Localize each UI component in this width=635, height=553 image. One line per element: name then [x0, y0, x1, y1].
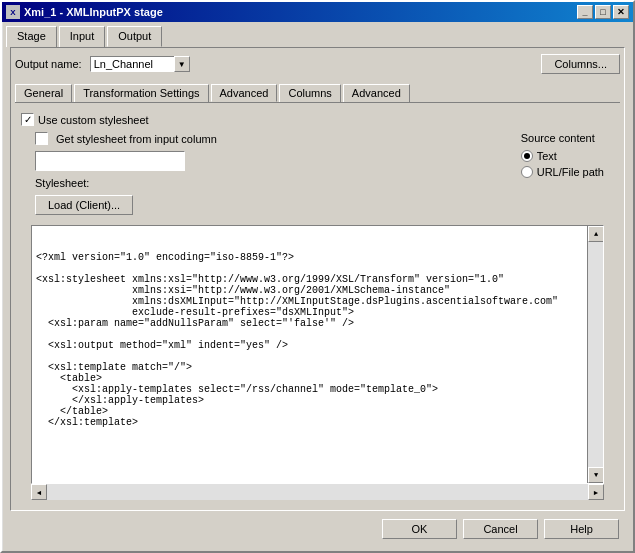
bottom-buttons: OK Cancel Help [6, 511, 629, 547]
maximize-button[interactable]: □ [595, 5, 611, 19]
window-content: Stage Input Output Output name: Ln_Chann… [2, 22, 633, 551]
stylesheet-label-row: Stylesheet: [35, 177, 521, 189]
main-window: X Xmi_1 - XMLInputPX stage _ □ ✕ Stage I… [0, 0, 635, 553]
title-buttons: _ □ ✕ [577, 5, 629, 19]
cancel-button[interactable]: Cancel [463, 519, 538, 539]
stylesheet-dropdown-row [35, 151, 521, 171]
window-icon: X [6, 5, 20, 19]
top-tabs: Stage Input Output [6, 26, 629, 47]
load-client-button[interactable]: Load (Client)... [35, 195, 133, 215]
stylesheet-label: Stylesheet: [35, 177, 89, 189]
code-text: <?xml version="1.0" encoding="iso-8859-1… [36, 252, 583, 428]
radio-url-label: URL/File path [537, 166, 604, 178]
tab-stage[interactable]: Stage [6, 26, 57, 47]
title-bar: X Xmi_1 - XMLInputPX stage _ □ ✕ [2, 2, 633, 22]
content-left: Get stylesheet from input column Stylesh… [21, 132, 521, 221]
scroll-track-v[interactable] [588, 242, 603, 467]
radio-text-row: Text [521, 150, 604, 162]
use-custom-stylesheet-row: Use custom stylesheet [21, 113, 614, 126]
vertical-scrollbar[interactable]: ▲ ▼ [587, 226, 603, 483]
tab-output[interactable]: Output [107, 26, 162, 47]
title-bar-left: X Xmi_1 - XMLInputPX stage [6, 5, 163, 19]
output-name-row: Output name: Ln_Channel ▼ Columns... [15, 54, 620, 74]
window-title: Xmi_1 - XMLInputPX stage [24, 6, 163, 18]
tab-advanced-first[interactable]: Advanced [211, 84, 278, 102]
source-content-group: Source content Text URL/File path [521, 132, 604, 178]
scroll-track-h[interactable] [47, 484, 588, 500]
radio-text-label: Text [537, 150, 557, 162]
get-stylesheet-checkbox[interactable] [35, 132, 48, 145]
tab-transformation-settings[interactable]: Transformation Settings [74, 84, 208, 102]
scroll-right-button[interactable]: ► [588, 484, 604, 500]
main-panel: Output name: Ln_Channel ▼ Columns... Gen… [10, 47, 625, 511]
radio-text[interactable] [521, 150, 533, 162]
code-container: <?xml version="1.0" encoding="iso-8859-1… [31, 225, 604, 484]
use-custom-stylesheet-checkbox[interactable] [21, 113, 34, 126]
help-button[interactable]: Help [544, 519, 619, 539]
tab-input[interactable]: Input [59, 26, 105, 47]
tab-advanced-second[interactable]: Advanced [343, 84, 410, 102]
content-top: Get stylesheet from input column Stylesh… [21, 132, 614, 221]
tab-general[interactable]: General [15, 84, 72, 102]
horizontal-scrollbar: ◄ ► [31, 484, 604, 500]
scroll-down-button[interactable]: ▼ [588, 467, 604, 483]
minimize-button[interactable]: _ [577, 5, 593, 19]
scroll-up-button[interactable]: ▲ [588, 226, 604, 242]
source-content-title: Source content [521, 132, 604, 144]
stylesheet-dropdown[interactable] [35, 151, 185, 171]
get-stylesheet-row: Get stylesheet from input column [35, 132, 521, 145]
output-name-select-wrapper: Ln_Channel ▼ [90, 56, 190, 72]
tab-columns[interactable]: Columns [279, 84, 340, 102]
code-editor[interactable]: <?xml version="1.0" encoding="iso-8859-1… [31, 225, 604, 484]
close-button[interactable]: ✕ [613, 5, 629, 19]
radio-url[interactable] [521, 166, 533, 178]
get-stylesheet-label: Get stylesheet from input column [56, 133, 217, 145]
tab-content: Use custom stylesheet Get stylesheet fro… [11, 103, 624, 510]
stylesheet-select-wrapper [35, 151, 185, 171]
ok-button[interactable]: OK [382, 519, 457, 539]
radio-url-row: URL/File path [521, 166, 604, 178]
output-name-label: Output name: [15, 58, 82, 70]
output-name-select[interactable]: Ln_Channel [90, 56, 190, 72]
load-button-row: Load (Client)... [35, 195, 521, 215]
scroll-left-button[interactable]: ◄ [31, 484, 47, 500]
use-custom-stylesheet-label: Use custom stylesheet [38, 114, 149, 126]
columns-button[interactable]: Columns... [541, 54, 620, 74]
inner-tabs: General Transformation Settings Advanced… [11, 80, 624, 102]
